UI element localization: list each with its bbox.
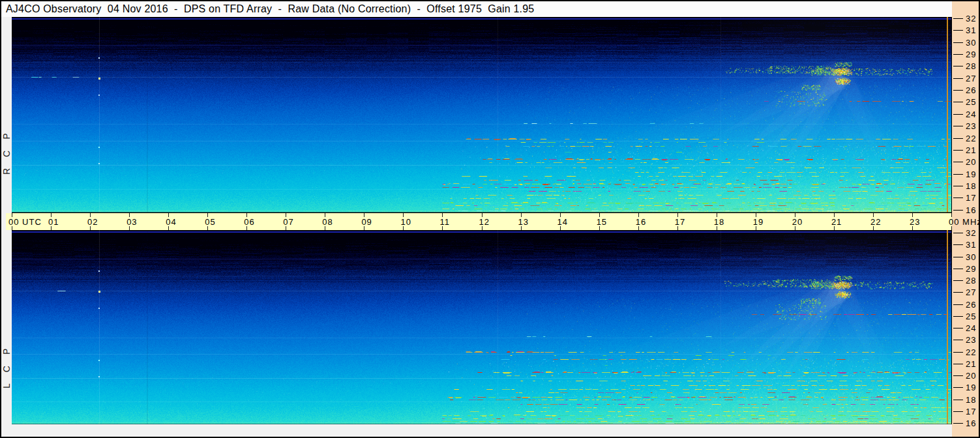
freq-tick-label: 20 (966, 371, 976, 381)
bottom-strip (1, 424, 952, 437)
freq-tick-label: 29 (966, 264, 976, 274)
hour-label: 06 (244, 217, 254, 227)
freq-tick-label: 27 (966, 74, 976, 83)
hour-label: 08 (322, 217, 333, 227)
freq-tick (953, 186, 963, 186)
hour-label: 12 (479, 217, 490, 227)
freq-tick (953, 90, 963, 91)
freq-tick (953, 138, 963, 139)
page-title: AJ4CO Observatory 04 Nov 2016 - DPS on T… (6, 3, 534, 15)
hour-label: 20 (792, 217, 803, 227)
freq-tick-label: 16 (966, 418, 976, 428)
hour-label: 10 (400, 217, 411, 227)
freq-tick (953, 340, 963, 340)
freq-tick (953, 280, 963, 281)
freq-tick-label: 31 (966, 240, 976, 250)
freq-tick-label: 22 (966, 134, 976, 143)
freq-tick (953, 210, 963, 211)
time-axis-right-label: 00 MHz (949, 217, 980, 227)
freq-tick-label: 32 (966, 14, 976, 23)
freq-tick-label: 19 (966, 169, 976, 179)
hour-label: 16 (636, 217, 646, 227)
time-axis: 00 UTC 00 MHz 01020304050607080910111213… (6, 213, 952, 230)
freq-tick (953, 352, 963, 353)
freq-tick-label: 23 (966, 121, 976, 131)
time-axis-left-label: 00 UTC (8, 217, 42, 227)
freq-tick-label: 25 (966, 97, 976, 107)
hour-label: 23 (910, 217, 920, 227)
freq-tick-label: 26 (966, 300, 976, 310)
freq-tick-label: 31 (966, 25, 976, 35)
freq-tick-label: 17 (966, 193, 976, 203)
freq-tick (953, 30, 963, 31)
freq-tick (953, 269, 963, 269)
polarization-label-rcp: RCP (1, 90, 12, 175)
freq-tick-label: 20 (966, 157, 976, 167)
app-window: AJ4CO Observatory 04 Nov 2016 - DPS on T… (0, 0, 980, 438)
hour-label: 05 (205, 217, 215, 227)
hour-label: 18 (714, 217, 724, 227)
freq-tick (953, 66, 963, 66)
freq-tick (953, 162, 963, 162)
freq-tick-label: 24 (966, 323, 976, 333)
freq-tick (953, 233, 963, 233)
freq-tick (953, 257, 963, 257)
freq-tick (953, 18, 963, 19)
freq-tick-label: 29 (966, 50, 976, 59)
freq-tick-label: 16 (966, 205, 976, 215)
hour-label: 17 (675, 217, 685, 227)
hour-label: 03 (126, 217, 137, 227)
freq-tick-label: 18 (966, 181, 976, 191)
freq-tick (953, 292, 963, 293)
freq-tick-label: 21 (966, 359, 976, 369)
hour-label: 14 (557, 217, 568, 227)
freq-tick (953, 375, 963, 376)
hour-label: 11 (439, 217, 450, 227)
freq-tick (953, 42, 963, 43)
freq-tick (953, 174, 963, 175)
freq-tick (953, 197, 963, 198)
freq-tick (953, 114, 963, 115)
freq-tick-label: 18 (966, 395, 976, 405)
freq-tick-label: 30 (966, 38, 976, 48)
hour-label: 01 (48, 217, 59, 227)
hour-label: 04 (166, 217, 176, 227)
freq-tick (953, 304, 963, 305)
freq-tick-label: 28 (966, 61, 976, 71)
freq-tick (953, 411, 963, 412)
freq-tick (953, 102, 963, 102)
freq-tick-label: 26 (966, 85, 976, 95)
freq-tick (953, 316, 963, 317)
freq-tick-label: 17 (966, 407, 976, 416)
freq-tick-label: 23 (966, 335, 976, 345)
freq-tick (953, 364, 963, 364)
freq-tick (953, 387, 963, 388)
hour-label: 07 (283, 217, 293, 227)
freq-tick-label: 27 (966, 287, 976, 297)
freq-tick (953, 78, 963, 79)
freq-tick-label: 21 (966, 145, 976, 155)
freq-tick-label: 32 (966, 228, 976, 238)
title-bar: AJ4CO Observatory 04 Nov 2016 - DPS on T… (1, 1, 952, 17)
hour-label: 13 (518, 217, 529, 227)
freq-tick-label: 30 (966, 252, 976, 262)
freq-tick-label: 24 (966, 110, 976, 119)
hour-label: 21 (831, 217, 842, 227)
freq-tick (953, 244, 963, 245)
hour-label: 19 (753, 217, 764, 227)
polarization-label-lcp: LCP (1, 304, 12, 388)
hour-label: 22 (870, 217, 881, 227)
lcp-spectrogram (12, 230, 951, 424)
freq-tick-label: 28 (966, 276, 976, 285)
freq-tick (953, 54, 963, 55)
freq-tick (953, 126, 963, 126)
freq-tick (953, 423, 963, 424)
freq-tick (953, 328, 963, 328)
freq-tick-label: 19 (966, 383, 976, 392)
freq-tick (953, 150, 963, 151)
hour-label: 02 (87, 217, 98, 227)
hour-label: 09 (361, 217, 372, 227)
rcp-spectrogram (12, 17, 951, 212)
freq-tick-label: 22 (966, 347, 976, 357)
freq-tick-label: 25 (966, 312, 976, 321)
